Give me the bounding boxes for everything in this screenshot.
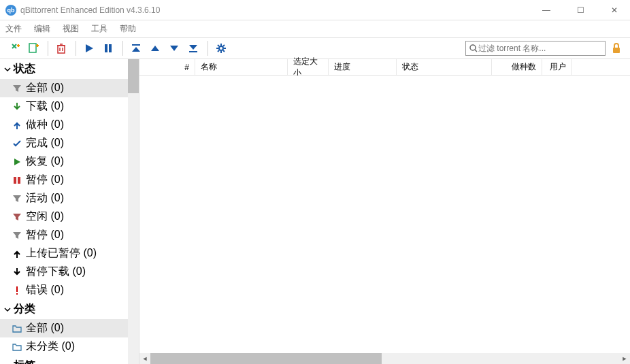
pause-icon	[12, 176, 22, 185]
sidebar-item[interactable]: 全部 (0)	[0, 319, 128, 337]
filter-all-icon	[12, 84, 22, 93]
sidebar-item[interactable]: 暂停 (0)	[0, 226, 128, 244]
sidebar-item[interactable]: 上传已暂停 (0)	[0, 244, 128, 263]
section-label: 标签	[14, 359, 35, 364]
add-torrent-file-button[interactable]	[24, 39, 42, 57]
column-header[interactable]: #	[139, 59, 195, 75]
sidebar-scrollbar[interactable]	[128, 59, 139, 364]
sidebar-section-header[interactable]: 标签	[0, 356, 128, 364]
play-icon	[12, 157, 22, 167]
svg-rect-2	[105, 44, 107, 52]
sidebar-item-label: 暂停 (0)	[26, 228, 64, 242]
sidebar-item-label: 活动 (0)	[26, 191, 64, 205]
column-header[interactable]: 选定大小	[288, 59, 329, 75]
window-title: qBittorrent Enhanced Edition v4.3.6.10	[20, 5, 536, 15]
sidebar-item[interactable]: 暂停 (0)	[0, 171, 128, 189]
sidebar-item[interactable]: 做种 (0)	[0, 116, 128, 134]
sidebar-item[interactable]: 恢复 (0)	[0, 152, 128, 171]
folder-icon	[12, 342, 22, 352]
sidebar-item-label: 未分类 (0)	[26, 340, 75, 354]
search-box[interactable]	[465, 41, 606, 56]
sidebar: 状态全部 (0)下载 (0)做种 (0)完成 (0)恢复 (0)暂停 (0)活动…	[0, 59, 139, 364]
svg-rect-0	[29, 44, 36, 52]
svg-rect-10	[16, 293, 18, 295]
sidebar-item[interactable]: 空闲 (0)	[0, 208, 128, 226]
move-down-button[interactable]	[165, 39, 183, 57]
sidebar-item-label: 全部 (0)	[26, 321, 64, 335]
sidebar-item-label: 下载 (0)	[26, 99, 64, 114]
scroll-left-arrow[interactable]: ◄	[139, 353, 150, 364]
section-label: 状态	[14, 62, 35, 76]
sidebar-item[interactable]: 活动 (0)	[0, 189, 128, 208]
maximize-button[interactable]: ☐	[570, 5, 591, 15]
sidebar-item[interactable]: 完成 (0)	[0, 134, 128, 152]
menu-tools[interactable]: 工具	[91, 23, 107, 35]
upload-icon	[12, 120, 22, 130]
sidebar-section-header[interactable]: 状态	[0, 59, 128, 79]
menu-view[interactable]: 视图	[63, 23, 79, 35]
chevron-down-icon	[4, 66, 11, 73]
filter-stale-icon	[12, 231, 22, 240]
column-header[interactable]: 名称	[195, 59, 288, 75]
chevron-down-icon	[4, 306, 11, 313]
column-header[interactable]: 状态	[397, 59, 492, 75]
table-header: #名称选定大小进度状态做种数用户	[139, 59, 630, 76]
content-area: #名称选定大小进度状态做种数用户 ◄ ►	[139, 59, 630, 364]
sidebar-item-label: 暂停下载 (0)	[26, 265, 86, 279]
svg-rect-1	[58, 46, 65, 53]
column-header[interactable]: 做种数	[492, 59, 542, 75]
arrow-down-black-icon	[12, 267, 22, 277]
sidebar-section-header[interactable]: 分类	[0, 299, 128, 319]
pause-button[interactable]	[99, 39, 117, 57]
section-label: 分类	[14, 302, 35, 316]
sidebar-item-label: 上传已暂停 (0)	[26, 246, 97, 261]
check-icon	[12, 139, 22, 148]
svg-rect-8	[18, 177, 20, 184]
titlebar: qb qBittorrent Enhanced Edition v4.3.6.1…	[0, 0, 630, 20]
scroll-right-arrow[interactable]: ►	[619, 353, 630, 364]
menubar: 文件 编辑 视图 工具 帮助	[0, 20, 630, 37]
lock-button[interactable]	[608, 40, 625, 56]
move-bottom-button[interactable]	[184, 39, 202, 57]
settings-button[interactable]	[212, 39, 230, 57]
column-header[interactable]: 进度	[329, 59, 397, 75]
sidebar-item[interactable]: 错误 (0)	[0, 281, 128, 299]
move-top-button[interactable]	[127, 39, 145, 57]
sidebar-item-label: 暂停 (0)	[26, 173, 64, 187]
folder-icon	[12, 324, 22, 333]
menu-file[interactable]: 文件	[5, 23, 22, 35]
sidebar-item-label: 空闲 (0)	[26, 210, 64, 224]
sidebar-item[interactable]: 未分类 (0)	[0, 337, 128, 356]
svg-point-4	[219, 46, 223, 50]
filter-active-icon	[12, 194, 22, 203]
arrow-up-black-icon	[12, 249, 22, 259]
minimize-button[interactable]: —	[536, 5, 557, 15]
add-torrent-link-button[interactable]	[5, 39, 23, 57]
error-icon	[12, 286, 22, 295]
close-button[interactable]: ✕	[604, 5, 625, 15]
move-up-button[interactable]	[146, 39, 164, 57]
sidebar-item-label: 做种 (0)	[26, 118, 64, 132]
table-body	[139, 76, 630, 353]
svg-rect-7	[14, 177, 16, 184]
resume-button[interactable]	[80, 39, 98, 57]
sidebar-item-label: 恢复 (0)	[26, 154, 64, 169]
filter-idle-icon	[12, 212, 22, 222]
menu-edit[interactable]: 编辑	[34, 23, 50, 35]
sidebar-item[interactable]: 下载 (0)	[0, 97, 128, 116]
app-icon: qb	[5, 5, 16, 16]
menu-help[interactable]: 帮助	[120, 23, 136, 35]
search-icon	[469, 44, 478, 53]
horizontal-scrollbar[interactable]: ◄ ►	[139, 353, 630, 364]
search-input[interactable]	[478, 44, 602, 53]
sidebar-item-label: 完成 (0)	[26, 136, 64, 150]
svg-rect-3	[109, 44, 112, 52]
delete-button[interactable]	[52, 39, 70, 57]
column-header[interactable]: 用户	[542, 59, 572, 75]
svg-rect-6	[613, 48, 620, 53]
sidebar-item[interactable]: 暂停下载 (0)	[0, 263, 128, 281]
download-icon	[12, 102, 22, 112]
svg-point-5	[470, 45, 476, 50]
sidebar-item-label: 错误 (0)	[26, 283, 64, 297]
sidebar-item[interactable]: 全部 (0)	[0, 79, 128, 97]
